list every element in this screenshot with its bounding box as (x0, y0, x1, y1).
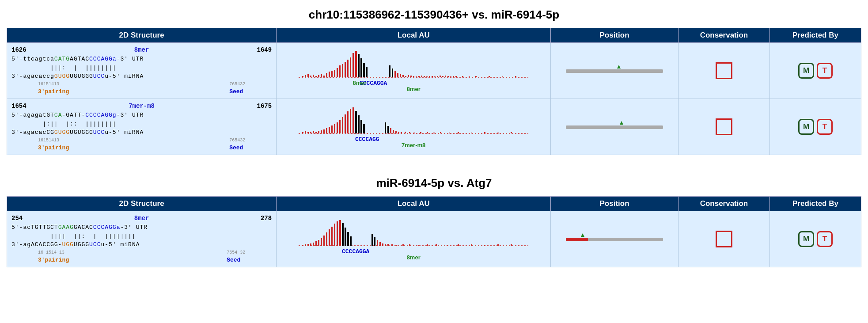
svg-rect-15 (339, 65, 341, 77)
header-2d-structure-1: 2D Structure (7, 28, 277, 43)
badge-t-2-1[interactable]: T (817, 231, 833, 247)
pred-cell-1-1: M T (769, 43, 861, 99)
svg-rect-108 (566, 125, 663, 129)
badge-m-1-1[interactable]: M (798, 63, 814, 79)
svg-rect-20 (353, 53, 354, 77)
pos-cell-1-1 (551, 43, 678, 99)
sub-labels-1-1: 16151413 3'pairing 765432 Seed (11, 81, 272, 96)
svg-rect-6 (315, 76, 317, 77)
svg-rect-126 (342, 223, 344, 246)
svg-rect-86 (363, 124, 365, 133)
svg-rect-72 (326, 128, 327, 133)
conservation-checkbox-1-2[interactable] (716, 118, 732, 135)
tag-1-1: 8mer (134, 46, 149, 55)
svg-rect-17 (345, 62, 346, 77)
svg-rect-22 (358, 54, 360, 77)
svg-rect-34 (408, 75, 409, 77)
svg-rect-30 (397, 73, 398, 77)
svg-rect-21 (355, 51, 357, 77)
svg-rect-138 (391, 244, 393, 246)
svg-rect-129 (350, 236, 352, 246)
svg-rect-127 (345, 228, 346, 246)
pos-end-2-1: 278 (261, 214, 272, 223)
header-local-au-2: Local AU (277, 197, 551, 211)
svg-rect-44 (434, 76, 436, 77)
pos-numbers-1-2: 1654 7mer-m8 1675 (11, 102, 272, 111)
svg-rect-82 (353, 107, 354, 133)
svg-rect-3 (307, 74, 309, 77)
svg-rect-48 (445, 76, 446, 77)
pos-cell-2-1 (551, 211, 678, 267)
svg-rect-65 (307, 132, 309, 133)
svg-rect-47 (442, 76, 443, 77)
svg-rect-141 (409, 244, 410, 246)
svg-rect-115 (313, 243, 314, 246)
badge-m-1-2[interactable]: M (798, 119, 814, 135)
pos-svg-2-1 (561, 228, 667, 250)
svg-rect-89 (387, 126, 389, 133)
svg-rect-71 (323, 129, 325, 133)
conservation-checkbox-1-1[interactable] (716, 62, 732, 79)
mirna-line-1-1: 3'-agacaccgGUGGUGUGGGUCCu-5' miRNA (11, 72, 272, 81)
svg-rect-5 (313, 75, 314, 77)
svg-rect-117 (318, 240, 319, 246)
svg-rect-96 (409, 132, 410, 133)
svg-rect-106 (497, 133, 499, 133)
svg-rect-83 (355, 111, 357, 133)
svg-rect-25 (366, 67, 368, 77)
svg-rect-152 (588, 238, 663, 241)
svg-rect-45 (437, 76, 438, 77)
pos-end-1-1: 1649 (257, 46, 272, 55)
badge-t-1-2[interactable]: T (817, 119, 833, 135)
svg-rect-122 (331, 227, 333, 246)
svg-rect-93 (398, 132, 399, 133)
section1-header-row: 2D Structure Local AU Position Conservat… (7, 28, 861, 43)
svg-rect-28 (392, 68, 393, 77)
svg-rect-107 (511, 132, 512, 133)
svg-rect-40 (424, 76, 425, 77)
utr-line-2-1: 5'-acTGTTGCTGAAGGACACCCCAGGa-3' UTR (11, 223, 272, 232)
svg-rect-136 (385, 244, 386, 246)
conservation-checkbox-2-1[interactable] (716, 231, 732, 247)
svg-rect-18 (347, 60, 349, 77)
svg-rect-55 (475, 76, 477, 77)
svg-rect-144 (436, 244, 437, 246)
pos-numbers-1-1: 1626 8mer 1649 (11, 46, 272, 55)
svg-rect-29 (394, 71, 396, 77)
svg-rect-80 (347, 111, 349, 133)
svg-rect-16 (342, 64, 343, 77)
svg-rect-112 (305, 244, 306, 246)
svg-rect-133 (377, 240, 378, 246)
header-position-2: Position (551, 197, 678, 211)
svg-rect-57 (502, 76, 503, 77)
svg-rect-98 (420, 132, 421, 133)
svg-rect-94 (401, 132, 402, 133)
svg-rect-85 (360, 120, 362, 133)
svg-rect-74 (331, 125, 333, 133)
svg-rect-120 (326, 232, 327, 246)
svg-rect-142 (418, 245, 419, 246)
svg-rect-64 (305, 131, 306, 133)
svg-rect-104 (471, 133, 472, 133)
au-label-2-1: 8mer (407, 254, 421, 261)
badge-m-2-1[interactable]: M (798, 231, 814, 247)
svg-rect-145 (447, 245, 448, 246)
header-position-1: Position (551, 28, 678, 43)
svg-rect-118 (321, 238, 322, 246)
svg-rect-14 (337, 68, 338, 77)
structure-content-1-1: 1626 8mer 1649 5'-ttcagtcaCATGAGTACCCCAG… (11, 46, 272, 96)
svg-rect-97 (413, 133, 415, 133)
svg-rect-134 (379, 242, 381, 246)
header-conservation-1: Conservation (678, 28, 769, 43)
mirna-line-1-2: 3'-agacacCGGUGGUGUGGGUCCu-5' miRNA (11, 128, 272, 137)
section2-table: 2D Structure Local AU Position Conservat… (7, 196, 861, 267)
svg-rect-78 (342, 117, 343, 133)
svg-rect-123 (334, 224, 335, 246)
section2: miR-6914-5p vs. Atg7 2D Structure Local … (7, 173, 861, 267)
au-cell-2-1: CCCCAGGA (277, 211, 551, 267)
badge-t-1-1[interactable]: T (817, 63, 833, 79)
svg-marker-61 (617, 65, 621, 68)
svg-rect-84 (358, 115, 360, 133)
header-2d-structure-2: 2D Structure (7, 197, 277, 211)
svg-rect-68 (315, 132, 317, 133)
